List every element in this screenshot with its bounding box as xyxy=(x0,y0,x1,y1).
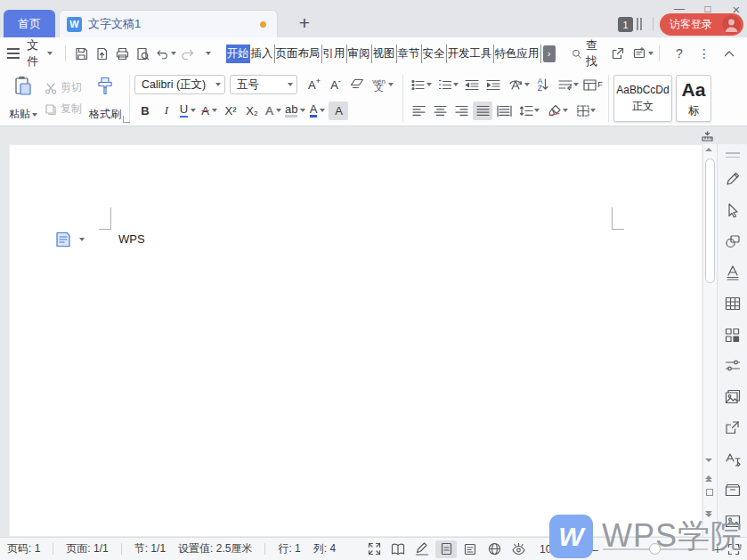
zoom-slider[interactable] xyxy=(603,548,708,550)
format-painter-button[interactable]: 格式刷 xyxy=(85,73,125,124)
document-area[interactable]: WPS xyxy=(0,144,702,537)
font-color-button[interactable]: A xyxy=(307,101,327,120)
char-shading-button[interactable]: A xyxy=(329,101,348,120)
increase-indent-button[interactable] xyxy=(483,76,503,94)
shapes-icon[interactable] xyxy=(721,231,744,253)
tab-review[interactable]: 审阅 xyxy=(347,45,372,63)
status-margin-setting[interactable]: 设置值: 2.5厘米 xyxy=(178,541,252,556)
align-left-button[interactable] xyxy=(409,101,428,120)
tab-overflow-button[interactable]: › xyxy=(543,45,556,62)
archive-box-icon[interactable] xyxy=(721,479,744,501)
share-icon[interactable] xyxy=(607,44,629,63)
justify-button[interactable] xyxy=(473,101,492,120)
tab-dev-tools[interactable]: 开发工具 xyxy=(447,45,494,63)
sort-button[interactable]: A Z xyxy=(533,76,553,94)
bold-button[interactable]: B xyxy=(135,101,155,120)
previous-page-icon[interactable] xyxy=(705,475,712,482)
tab-list-icon[interactable] xyxy=(637,18,642,30)
ruler-toggle-icon[interactable] xyxy=(702,129,713,145)
save-button[interactable] xyxy=(73,44,90,63)
edit-pen-icon[interactable] xyxy=(721,168,744,191)
web-layout-icon[interactable] xyxy=(483,540,505,558)
next-page-icon[interactable] xyxy=(705,511,712,517)
italic-button[interactable]: I xyxy=(157,101,176,120)
outline-view-icon[interactable] xyxy=(459,540,481,558)
tab-page-layout[interactable]: 页面布局 xyxy=(275,45,322,63)
select-browse-object-icon[interactable] xyxy=(706,489,713,496)
tab-insert[interactable]: 插入 xyxy=(250,45,275,63)
align-right-button[interactable] xyxy=(451,101,471,120)
print-button[interactable] xyxy=(114,44,131,63)
collapse-ribbon-icon[interactable] xyxy=(719,44,740,63)
align-center-button[interactable] xyxy=(430,101,450,120)
guest-login-button[interactable]: 访客登录 xyxy=(660,13,743,36)
highlight-button[interactable]: ab xyxy=(285,101,305,120)
line-spacing-button[interactable] xyxy=(516,101,542,120)
status-page-count[interactable]: 页面: 1/1 xyxy=(66,541,108,556)
style-normal[interactable]: AaBbCcDd 正文 xyxy=(613,75,672,122)
zoom-level[interactable]: 100% xyxy=(540,543,567,556)
document-tab[interactable]: W 文字文稿1 xyxy=(59,10,278,37)
show-marks-button[interactable] xyxy=(555,76,581,94)
background-image-icon[interactable] xyxy=(721,386,744,408)
properties-sliders-icon[interactable] xyxy=(721,355,744,377)
text-direction-button[interactable] xyxy=(505,76,532,94)
tab-settings-button[interactable]: F xyxy=(583,76,603,94)
decrease-indent-button[interactable] xyxy=(462,76,482,94)
bullet-list-button[interactable] xyxy=(409,76,434,94)
shading-button[interactable] xyxy=(544,101,571,120)
superscript-button[interactable]: X² xyxy=(221,101,240,120)
grow-font-button[interactable]: A+ xyxy=(304,76,324,94)
document-page[interactable]: WPS xyxy=(9,144,702,537)
table-icon[interactable] xyxy=(721,293,744,315)
paste-button[interactable]: 粘贴 xyxy=(5,73,41,124)
vertical-scrollbar[interactable] xyxy=(702,144,717,537)
translate-icon[interactable] xyxy=(721,448,744,470)
tab-section[interactable]: 章节 xyxy=(397,45,422,63)
style-heading[interactable]: Aa 标 xyxy=(676,75,711,122)
file-menu[interactable]: 文件 xyxy=(27,37,53,69)
hamburger-menu-icon[interactable] xyxy=(7,48,20,59)
eye-protect-icon[interactable] xyxy=(507,540,529,558)
scroll-up-icon[interactable] xyxy=(705,148,712,151)
ink-mode-icon[interactable] xyxy=(411,540,433,558)
new-tab-button[interactable]: + xyxy=(294,12,315,34)
underline-button[interactable]: U xyxy=(178,101,198,120)
subscript-button[interactable]: X₂ xyxy=(242,101,262,120)
clear-format-button[interactable] xyxy=(347,76,367,94)
numbered-list-button[interactable] xyxy=(435,76,460,94)
fullscreen-icon[interactable] xyxy=(363,540,385,558)
document-text[interactable]: WPS xyxy=(118,232,145,246)
font-size-select[interactable]: 五号 xyxy=(230,75,297,94)
panel-drag-handle[interactable] xyxy=(726,150,740,160)
borders-button[interactable] xyxy=(572,101,599,120)
paste-options-float[interactable] xyxy=(54,231,85,248)
more-menu-icon[interactable]: ⋮ xyxy=(694,44,715,63)
status-section[interactable]: 节: 1/1 xyxy=(134,541,166,556)
find-button[interactable]: 查找 xyxy=(572,37,604,69)
print-preview-button[interactable] xyxy=(134,44,151,63)
distribute-button[interactable] xyxy=(494,101,514,120)
select-cursor-icon[interactable] xyxy=(721,199,744,222)
phonetic-guide-button[interactable]: wén文 xyxy=(369,76,397,94)
export-pdf-button[interactable] xyxy=(93,44,110,63)
tab-view[interactable]: 视图 xyxy=(372,45,397,63)
tab-references[interactable]: 引用 xyxy=(322,45,347,63)
scrollbar-thumb[interactable] xyxy=(705,158,715,283)
strikethrough-button[interactable]: A xyxy=(199,101,219,120)
zoom-out-button[interactable]: — xyxy=(585,541,598,556)
undo-dropdown-icon[interactable] xyxy=(171,52,176,55)
layout-blocks-icon[interactable] xyxy=(721,324,744,346)
zoom-in-button[interactable]: + xyxy=(714,542,721,556)
message-count-badge[interactable]: 1 xyxy=(618,17,633,32)
help-button[interactable]: ? xyxy=(669,44,690,63)
scroll-down-icon[interactable] xyxy=(705,459,712,462)
image-tool-icon[interactable] xyxy=(721,510,744,532)
print-layout-icon[interactable] xyxy=(435,540,457,558)
tab-special-features[interactable]: 特色应用 xyxy=(494,45,541,63)
fit-page-icon[interactable] xyxy=(727,543,740,556)
font-name-select[interactable]: Calibri (正文) xyxy=(134,75,225,94)
home-tab[interactable]: 首页 xyxy=(4,10,55,37)
read-mode-icon[interactable] xyxy=(387,540,409,558)
text-effects-button[interactable]: A xyxy=(264,101,283,120)
